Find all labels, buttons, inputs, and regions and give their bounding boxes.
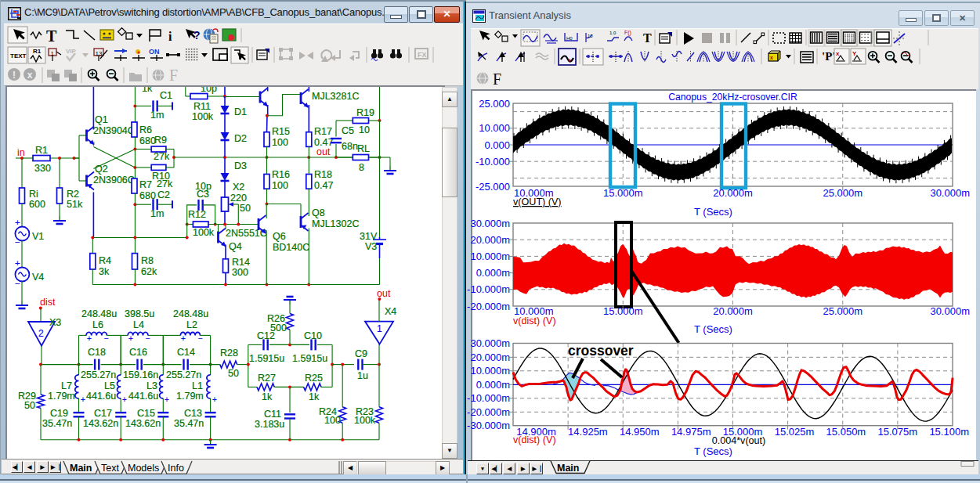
svg-text:1.79m: 1.79m bbox=[48, 391, 75, 402]
svg-text:Text: Text bbox=[101, 463, 119, 474]
svg-text:−: − bbox=[146, 334, 150, 343]
svg-text:T (Secs): T (Secs) bbox=[694, 206, 732, 218]
svg-text:T: T bbox=[643, 31, 652, 45]
svg-text:crossover: crossover bbox=[568, 343, 634, 359]
svg-text:R4: R4 bbox=[99, 255, 111, 266]
svg-text:-10.000m: -10.000m bbox=[467, 283, 510, 295]
svg-text:X3: X3 bbox=[49, 317, 61, 328]
svg-text:T (Secs): T (Secs) bbox=[694, 323, 732, 335]
svg-text:100: 100 bbox=[272, 137, 288, 148]
svg-text:-10.000: -10.000 bbox=[476, 156, 510, 168]
svg-text:L2: L2 bbox=[186, 319, 197, 330]
svg-text:30.000m: 30.000m bbox=[930, 187, 970, 199]
svg-text:x: x bbox=[836, 50, 840, 57]
svg-text:1k: 1k bbox=[309, 391, 320, 402]
svg-text:15.025m: 15.025m bbox=[775, 426, 815, 438]
svg-text:2: 2 bbox=[38, 328, 44, 339]
svg-text:680: 680 bbox=[139, 135, 156, 146]
svg-text:X4: X4 bbox=[385, 306, 396, 317]
svg-text:F: F bbox=[493, 70, 501, 88]
svg-text:35.47n: 35.47n bbox=[174, 418, 204, 429]
svg-text:C19: C19 bbox=[50, 408, 68, 419]
svg-text:L7: L7 bbox=[61, 380, 72, 391]
svg-text:100: 100 bbox=[272, 180, 288, 191]
svg-text:Main: Main bbox=[557, 463, 579, 474]
svg-text:x: x bbox=[770, 55, 773, 60]
svg-text:v(OUT) (V): v(OUT) (V) bbox=[513, 196, 562, 207]
svg-text:248.48u: 248.48u bbox=[173, 308, 208, 319]
svg-text:10: 10 bbox=[359, 124, 370, 135]
svg-text:50: 50 bbox=[24, 400, 35, 411]
svg-text:BD140C: BD140C bbox=[273, 242, 309, 253]
svg-text:3.183u: 3.183u bbox=[255, 419, 284, 430]
svg-text:C16: C16 bbox=[129, 347, 147, 358]
svg-text:330: 330 bbox=[34, 163, 51, 174]
svg-text:+: + bbox=[181, 334, 186, 343]
svg-text:35.47n: 35.47n bbox=[42, 418, 72, 429]
svg-text:−: − bbox=[15, 237, 20, 247]
svg-text:v(dist) (V): v(dist) (V) bbox=[513, 315, 556, 326]
svg-text:255.27n: 255.27n bbox=[81, 369, 116, 380]
svg-text:300: 300 bbox=[232, 267, 248, 278]
svg-text:220: 220 bbox=[230, 193, 247, 204]
svg-text:out: out bbox=[377, 288, 391, 299]
svg-text:TEXT: TEXT bbox=[10, 52, 27, 59]
svg-text:+: + bbox=[87, 334, 92, 343]
svg-text:R15: R15 bbox=[272, 126, 290, 137]
svg-text:C15: C15 bbox=[137, 408, 155, 419]
svg-text:C17: C17 bbox=[94, 408, 112, 419]
svg-text:14.950m: 14.950m bbox=[620, 426, 660, 438]
svg-text:Q4: Q4 bbox=[229, 241, 242, 252]
svg-text:+: + bbox=[15, 258, 20, 268]
svg-text:15.050m: 15.050m bbox=[826, 426, 866, 438]
svg-text:R6: R6 bbox=[139, 124, 152, 135]
svg-text:X2: X2 bbox=[233, 182, 244, 193]
svg-text:i: i bbox=[168, 30, 172, 43]
svg-text:15.100m: 15.100m bbox=[929, 426, 969, 438]
svg-text:-20.000m: -20.000m bbox=[467, 301, 510, 312]
svg-text:R28: R28 bbox=[220, 348, 238, 359]
svg-text:C1: C1 bbox=[160, 90, 172, 101]
svg-text:ON: ON bbox=[149, 48, 160, 56]
svg-text:in: in bbox=[17, 147, 25, 158]
svg-text:−: − bbox=[104, 334, 109, 343]
svg-text:600: 600 bbox=[29, 199, 45, 210]
svg-text:R27: R27 bbox=[258, 373, 276, 384]
svg-text:100k: 100k bbox=[354, 415, 376, 426]
svg-text:100k: 100k bbox=[192, 111, 214, 122]
svg-text:T (Secs): T (Secs) bbox=[694, 445, 732, 457]
svg-text:68n: 68n bbox=[342, 141, 358, 152]
svg-text:143.62n: 143.62n bbox=[125, 418, 161, 429]
svg-text:1.79m: 1.79m bbox=[176, 391, 204, 402]
svg-text:H0: H0 bbox=[566, 36, 573, 41]
svg-text:143.62n: 143.62n bbox=[83, 418, 118, 429]
svg-text:+: + bbox=[81, 395, 85, 404]
svg-text:R19: R19 bbox=[356, 107, 374, 118]
svg-text:Canopus_20kHz-crosover.CIR: Canopus_20kHz-crosover.CIR bbox=[668, 92, 797, 103]
svg-text:-30.000m: -30.000m bbox=[467, 420, 510, 431]
svg-text:30.000m: 30.000m bbox=[930, 305, 970, 317]
svg-text:FX: FX bbox=[418, 51, 427, 59]
svg-text:R1: R1 bbox=[35, 145, 48, 156]
svg-text:31V: 31V bbox=[360, 231, 378, 242]
svg-text:−: − bbox=[198, 334, 203, 343]
svg-text:Q6: Q6 bbox=[273, 231, 286, 242]
svg-text:-25.000: -25.000 bbox=[476, 181, 510, 193]
svg-text:+: + bbox=[122, 395, 127, 404]
svg-text:T: T bbox=[46, 27, 57, 45]
svg-text:C14: C14 bbox=[177, 347, 195, 358]
svg-text:27k: 27k bbox=[157, 178, 173, 189]
svg-text:1.0: 1.0 bbox=[609, 31, 617, 35]
svg-text:Info: Info bbox=[168, 463, 184, 474]
svg-text:out: out bbox=[316, 146, 331, 157]
svg-text:51k: 51k bbox=[67, 199, 83, 210]
svg-text:MJL1302C: MJL1302C bbox=[312, 218, 359, 229]
svg-text:27k: 27k bbox=[154, 151, 170, 162]
svg-text:L4: L4 bbox=[133, 319, 144, 330]
svg-text:F: F bbox=[169, 67, 178, 84]
svg-text:2N3906C: 2N3906C bbox=[93, 175, 135, 186]
svg-text:L1: L1 bbox=[192, 380, 203, 391]
svg-text:1: 1 bbox=[377, 323, 382, 334]
svg-text:R8: R8 bbox=[141, 255, 154, 266]
svg-text:1m: 1m bbox=[150, 208, 164, 219]
